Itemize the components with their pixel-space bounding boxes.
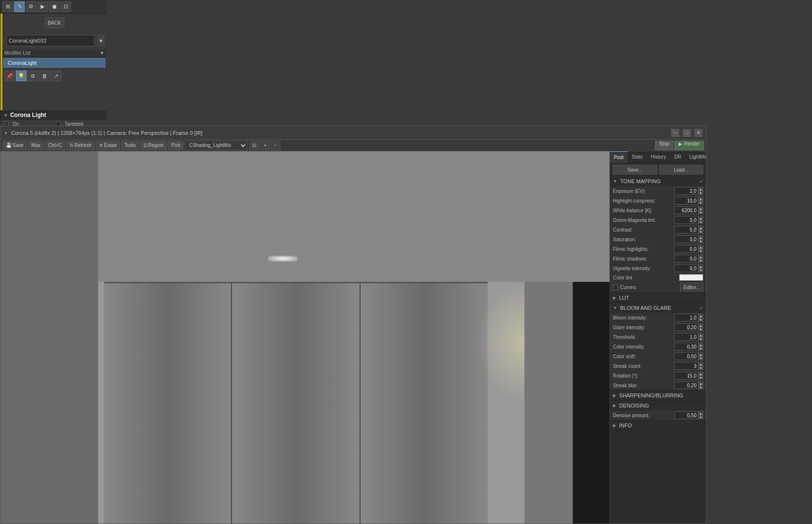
fs-input[interactable]: [674, 255, 698, 262]
save-toolbar-btn[interactable]: 💾 Save: [2, 141, 27, 150]
saturation-input-group[interactable]: ▲ ▼: [674, 235, 703, 243]
object-name-input[interactable]: [6, 35, 95, 46]
tab-stats[interactable]: Stats: [628, 151, 647, 163]
info-header[interactable]: ▶ INFO: [610, 421, 706, 430]
gm-spinner[interactable]: ▲ ▼: [698, 216, 703, 224]
bloom-intensity-input[interactable]: [674, 314, 698, 321]
zoom-out-btn[interactable]: −: [271, 141, 280, 150]
render-btn[interactable]: ▶ Render: [674, 141, 704, 150]
fh-up[interactable]: ▲: [698, 245, 703, 249]
fs-up[interactable]: ▲: [698, 255, 703, 259]
tab-post[interactable]: Post: [610, 151, 628, 163]
highlight-down[interactable]: ▼: [698, 201, 703, 204]
shading-mode-select[interactable]: CShading_LightMix: [185, 141, 247, 150]
zoom-fit-btn[interactable]: ⊡: [249, 141, 259, 150]
modifier-item[interactable]: CoronaLight: [3, 58, 105, 68]
fh-down[interactable]: ▼: [698, 249, 703, 253]
bloom-spinner[interactable]: ▲ ▼: [698, 314, 703, 321]
light-icon-btn[interactable]: 💡: [16, 71, 27, 81]
vignette-spinner[interactable]: ▲ ▼: [698, 264, 703, 272]
bloom-glare-header[interactable]: ▼ BLOOM AND GLARE ✓: [610, 303, 706, 313]
stop-btn[interactable]: Stop: [655, 141, 674, 150]
ci-spinner[interactable]: ▲ ▼: [698, 343, 703, 350]
erase-btn[interactable]: ✕ Erase: [96, 141, 120, 150]
object-name-dropdown[interactable]: ▼: [98, 35, 104, 46]
highlight-spinner[interactable]: ▲ ▼: [698, 197, 703, 204]
contrast-down[interactable]: ▼: [698, 230, 703, 233]
da-up[interactable]: ▲: [698, 411, 703, 415]
cs-input-group[interactable]: ▲ ▼: [674, 352, 703, 360]
da-down[interactable]: ▼: [698, 415, 703, 419]
exposure-down[interactable]: ▼: [698, 191, 703, 195]
close-button[interactable]: ✕: [695, 129, 702, 137]
hierarchy-icon-btn[interactable]: ⚙: [26, 1, 36, 12]
tab-history[interactable]: History: [647, 151, 670, 163]
fs-down[interactable]: ▼: [698, 259, 703, 262]
highlight-up[interactable]: ▲: [698, 197, 703, 201]
rot-down[interactable]: ▼: [698, 376, 703, 379]
thresh-up[interactable]: ▲: [698, 333, 703, 337]
contrast-spinner[interactable]: ▲ ▼: [698, 226, 703, 233]
threshold-spinner[interactable]: ▲ ▼: [698, 333, 703, 341]
curves-editor-btn[interactable]: Editor...: [680, 283, 703, 291]
sc-up[interactable]: ▲: [698, 362, 703, 366]
sc-down[interactable]: ▼: [698, 366, 703, 370]
display-icon-btn[interactable]: ◼: [49, 1, 59, 12]
exposure-up[interactable]: ▲: [698, 187, 703, 191]
vignette-input-group[interactable]: ▲ ▼: [674, 264, 703, 272]
saturation-spinner[interactable]: ▲ ▼: [698, 235, 703, 243]
max-btn[interactable]: Max: [28, 141, 44, 150]
white-balance-spinner[interactable]: ▲ ▼: [698, 206, 703, 214]
highlight-input-group[interactable]: ▲ ▼: [674, 197, 703, 204]
thresh-down[interactable]: ▼: [698, 337, 703, 341]
pick-btn[interactable]: Pick: [168, 141, 184, 150]
ctrl-c-btn[interactable]: Ctrl+C: [45, 141, 66, 150]
da-input-group[interactable]: ▲ ▼: [674, 411, 703, 419]
curves-checkbox[interactable]: [613, 285, 618, 290]
maximize-button[interactable]: □: [683, 129, 691, 137]
zoom-in-btn[interactable]: +: [260, 141, 270, 150]
sat-up[interactable]: ▲: [698, 235, 703, 239]
tab-lightmix[interactable]: LightMix: [685, 151, 706, 163]
sb-spinner[interactable]: ▲ ▼: [698, 381, 703, 389]
fh-input-group[interactable]: ▲ ▼: [674, 245, 703, 253]
corona-light-section-header[interactable]: ▼ Corona Light: [0, 110, 106, 120]
post-load-btn[interactable]: Load...: [659, 165, 704, 175]
glare-input-group[interactable]: ▲ ▼: [674, 323, 703, 331]
denoising-header[interactable]: ▶ DENOISING: [610, 401, 706, 410]
sc-input[interactable]: [674, 362, 698, 370]
gm-up[interactable]: ▲: [698, 216, 703, 220]
wb-up[interactable]: ▲: [698, 206, 703, 210]
sb-up[interactable]: ▲: [698, 381, 703, 385]
bloom-input-group[interactable]: ▲ ▼: [674, 314, 703, 321]
contrast-up[interactable]: ▲: [698, 226, 703, 230]
rot-up[interactable]: ▲: [698, 372, 703, 376]
tools-btn[interactable]: Tools: [121, 141, 139, 150]
fs-input-group[interactable]: ▲ ▼: [674, 255, 703, 262]
saturation-input[interactable]: [674, 235, 698, 243]
glare-spinner[interactable]: ▲ ▼: [698, 323, 703, 331]
sb-input-group[interactable]: ▲ ▼: [674, 381, 703, 389]
rot-input[interactable]: [674, 372, 698, 379]
refresh-btn[interactable]: ↻ Refresh: [66, 141, 95, 150]
rot-spinner[interactable]: ▲ ▼: [698, 372, 703, 379]
edit-modifier-btn[interactable]: ↗: [51, 71, 61, 81]
sc-input-group[interactable]: ▲ ▼: [674, 362, 703, 370]
fs-spinner[interactable]: ▲ ▼: [698, 255, 703, 262]
da-spinner[interactable]: ▲ ▼: [698, 411, 703, 419]
color-tint-swatch[interactable]: [679, 274, 703, 281]
modify-icon-btn[interactable]: ✎: [14, 1, 25, 12]
glare-intensity-input[interactable]: [674, 323, 698, 331]
cs-up[interactable]: ▲: [698, 352, 703, 356]
tab-dr[interactable]: DR: [670, 151, 685, 163]
rot-input-group[interactable]: ▲ ▼: [674, 372, 703, 379]
sat-down[interactable]: ▼: [698, 239, 703, 243]
cs-spinner[interactable]: ▲ ▼: [698, 352, 703, 360]
cs-input[interactable]: [674, 352, 698, 360]
threshold-input-group[interactable]: ▲ ▼: [674, 333, 703, 341]
vignette-input[interactable]: [674, 264, 698, 272]
back-button[interactable]: BACK: [45, 17, 64, 28]
utilities-icon-btn[interactable]: ⊡: [60, 1, 71, 12]
threshold-input[interactable]: [674, 333, 698, 341]
fh-input[interactable]: [674, 245, 698, 253]
